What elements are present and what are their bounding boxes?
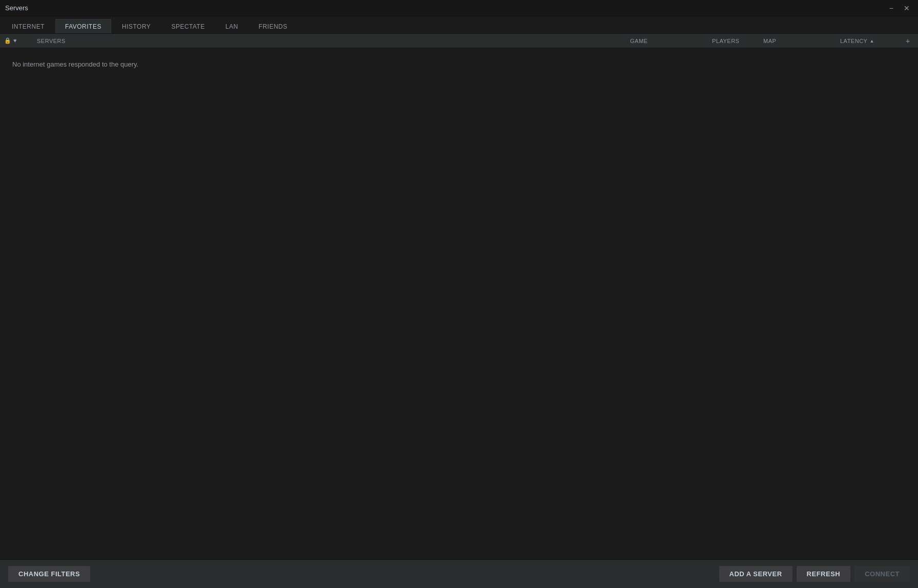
window-title: Servers — [5, 4, 28, 12]
add-server-button[interactable]: ADD A SERVER — [719, 566, 792, 582]
col-game-header[interactable]: GAME — [630, 38, 712, 44]
server-list-area: No internet games responded to the query… — [0, 48, 918, 559]
col-latency-header[interactable]: LATENCY ▲ — [840, 38, 902, 44]
column-header: 🔒 ♥ SERVERS GAME PLAYERS MAP LATENCY ▲ + — [0, 34, 918, 48]
latency-label: LATENCY — [840, 38, 867, 44]
col-players-header[interactable]: PLAYERS — [712, 38, 763, 44]
bottom-left-actions: CHANGE FILTERS — [8, 566, 90, 582]
empty-message: No internet games responded to the query… — [12, 60, 138, 68]
connect-button[interactable]: CONNECT — [854, 566, 910, 582]
close-button[interactable]: ✕ — [901, 4, 913, 13]
bottom-right-actions: ADD A SERVER REFRESH CONNECT — [719, 566, 910, 582]
col-icons: 🔒 ♥ — [4, 37, 35, 45]
lock-icon: 🔒 — [4, 37, 11, 45]
sort-arrow-icon: ▲ — [869, 38, 874, 44]
tab-history[interactable]: HISTORY — [112, 19, 160, 33]
tab-bar: INTERNET FAVORITES HISTORY SPECTATE LAN … — [0, 16, 918, 34]
refresh-button[interactable]: REFRESH — [797, 566, 851, 582]
col-servers-header[interactable]: SERVERS — [35, 38, 630, 44]
tab-friends[interactable]: FRIENDS — [249, 19, 297, 33]
tab-lan[interactable]: LAN — [216, 19, 248, 33]
col-map-header[interactable]: MAP — [763, 38, 840, 44]
minimize-button[interactable]: − — [886, 4, 896, 13]
title-bar: Servers − ✕ — [0, 0, 918, 16]
bottom-bar: CHANGE FILTERS ADD A SERVER REFRESH CONN… — [0, 559, 918, 588]
window-controls: − ✕ — [886, 4, 913, 13]
tab-spectate[interactable]: SPECTATE — [161, 19, 215, 33]
favorite-icon: ♥ — [13, 37, 20, 45]
change-filters-button[interactable]: CHANGE FILTERS — [8, 566, 90, 582]
tab-favorites[interactable]: FAVORITES — [55, 19, 111, 33]
add-column-button[interactable]: + — [902, 37, 914, 45]
tab-internet[interactable]: INTERNET — [2, 19, 54, 33]
